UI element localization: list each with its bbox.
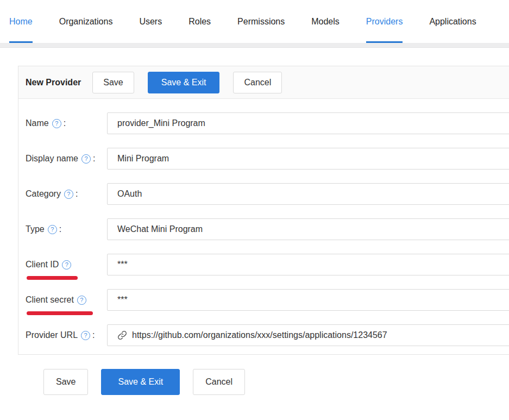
field-label-text: Type bbox=[26, 224, 45, 234]
nav-item-applications[interactable]: Applications bbox=[429, 0, 476, 43]
field-value: Mini Program bbox=[117, 154, 169, 164]
new-provider-panel: New Provider SaveSave & ExitCancel Name … bbox=[18, 66, 509, 355]
field-value: *** bbox=[117, 295, 128, 305]
field-input-wrap: *** bbox=[107, 289, 509, 311]
field-value: OAuth bbox=[117, 189, 142, 199]
form-row-client-id: Client ID ? *** bbox=[26, 254, 509, 275]
field-input-wrap: WeChat Mini Program bbox=[107, 218, 509, 240]
label-colon: : bbox=[64, 118, 66, 128]
field-input-category[interactable]: OAuth bbox=[107, 183, 509, 205]
nav-item-models[interactable]: Models bbox=[311, 0, 340, 43]
help-icon[interactable]: ? bbox=[52, 119, 61, 128]
form-row-category: Category ? : OAuth bbox=[26, 183, 509, 205]
field-label-text: Category bbox=[26, 189, 61, 199]
field-value: https://github.com/organizations/xxx/set… bbox=[132, 330, 387, 340]
nav-item-home[interactable]: Home bbox=[9, 0, 33, 43]
link-icon bbox=[117, 330, 127, 340]
field-input-display-name[interactable]: Mini Program bbox=[107, 148, 509, 170]
nav-item-organizations[interactable]: Organizations bbox=[59, 0, 113, 43]
field-label: Category ? : bbox=[26, 183, 107, 205]
field-input-type[interactable]: WeChat Mini Program bbox=[107, 218, 509, 240]
form-row-provider-url: Provider URL ? : https://github.com/orga… bbox=[26, 324, 509, 346]
form-row-display-name: Display name ? : Mini Program bbox=[26, 148, 509, 170]
form-row-type: Type ? : WeChat Mini Program bbox=[26, 218, 509, 240]
nav-item-providers[interactable]: Providers bbox=[366, 0, 403, 43]
footer-save-button[interactable]: Save bbox=[43, 369, 88, 395]
nav-item-users[interactable]: Users bbox=[139, 0, 162, 43]
label-colon: : bbox=[59, 224, 61, 234]
field-input-wrap: OAuth bbox=[107, 183, 509, 205]
help-icon[interactable]: ? bbox=[81, 154, 91, 164]
field-label: Client secret ? bbox=[26, 289, 107, 311]
field-label-text: Client secret bbox=[26, 295, 74, 305]
footer-actions: SaveSave & ExitCancel bbox=[43, 369, 509, 395]
header-save-exit-button[interactable]: Save & Exit bbox=[148, 72, 220, 93]
provider-form: Name ? : provider_Mini Program Display n… bbox=[18, 99, 509, 354]
field-label-text: Provider URL bbox=[26, 330, 78, 340]
field-input-wrap: *** bbox=[107, 254, 509, 275]
footer-cancel-button[interactable]: Cancel bbox=[193, 369, 245, 395]
help-icon[interactable]: ? bbox=[77, 296, 86, 305]
red-underline-annotation bbox=[27, 276, 78, 280]
label-colon: : bbox=[93, 154, 95, 164]
field-input-wrap: provider_Mini Program bbox=[107, 112, 509, 134]
top-nav: HomeOrganizationsUsersRolesPermissionsMo… bbox=[0, 0, 509, 43]
form-row-client-secret: Client secret ? *** bbox=[26, 289, 509, 311]
field-input-name[interactable]: provider_Mini Program bbox=[107, 112, 509, 134]
nav-separator-band bbox=[0, 43, 509, 48]
field-input-client-secret[interactable]: *** bbox=[107, 289, 509, 311]
field-label: Display name ? : bbox=[26, 148, 107, 170]
field-input-client-id[interactable]: *** bbox=[107, 254, 509, 275]
field-value: *** bbox=[117, 260, 128, 269]
field-label: Name ? : bbox=[26, 112, 107, 134]
help-icon[interactable]: ? bbox=[48, 225, 57, 234]
field-input-provider-url[interactable]: https://github.com/organizations/xxx/set… bbox=[107, 324, 509, 346]
red-underline-annotation bbox=[27, 311, 93, 315]
footer-save-exit-button[interactable]: Save & Exit bbox=[101, 369, 180, 395]
field-value: provider_Mini Program bbox=[117, 118, 205, 128]
form-row-name: Name ? : provider_Mini Program bbox=[26, 112, 509, 134]
header-actions: SaveSave & ExitCancel bbox=[92, 72, 296, 93]
label-colon: : bbox=[76, 189, 78, 199]
label-colon: : bbox=[92, 330, 95, 340]
field-label-text: Name bbox=[26, 118, 49, 128]
field-input-wrap: Mini Program bbox=[107, 148, 509, 170]
help-icon[interactable]: ? bbox=[64, 190, 73, 199]
nav-item-permissions[interactable]: Permissions bbox=[237, 0, 285, 43]
field-input-wrap: https://github.com/organizations/xxx/set… bbox=[107, 324, 509, 346]
panel-header: New Provider SaveSave & ExitCancel bbox=[18, 66, 509, 99]
help-icon[interactable]: ? bbox=[62, 260, 71, 269]
field-label-text: Display name bbox=[26, 154, 78, 164]
nav-item-roles[interactable]: Roles bbox=[188, 0, 211, 43]
field-label-text: Client ID bbox=[26, 260, 59, 269]
header-save-button[interactable]: Save bbox=[92, 72, 134, 93]
panel-title: New Provider bbox=[26, 78, 81, 87]
help-icon[interactable]: ? bbox=[81, 331, 90, 340]
field-label: Provider URL ? : bbox=[26, 324, 107, 346]
field-value: WeChat Mini Program bbox=[117, 224, 203, 234]
header-cancel-button[interactable]: Cancel bbox=[233, 72, 282, 93]
field-label: Client ID ? bbox=[26, 254, 107, 275]
field-label: Type ? : bbox=[26, 218, 107, 240]
